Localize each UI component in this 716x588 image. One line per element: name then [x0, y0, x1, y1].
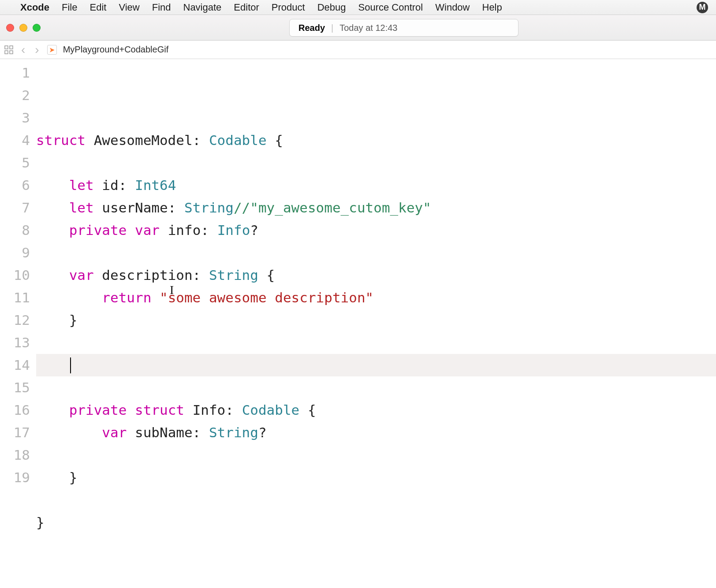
activity-status-pill: Ready | Today at 12:43 — [289, 19, 518, 37]
line-number: 8 — [0, 219, 30, 242]
menu-item-view[interactable]: View — [119, 2, 139, 13]
code-token — [127, 399, 135, 421]
code-token: var — [69, 264, 94, 287]
close-window-button[interactable] — [6, 24, 14, 32]
code-line[interactable] — [36, 489, 716, 511]
code-line[interactable] — [36, 376, 716, 399]
code-line[interactable] — [36, 444, 716, 466]
code-token: let — [69, 174, 94, 197]
code-token: ? — [250, 219, 258, 242]
line-number: 14 — [0, 354, 30, 376]
code-token: let — [69, 197, 94, 219]
code-token: } — [36, 309, 77, 331]
minimize-window-button[interactable] — [19, 24, 27, 32]
code-line[interactable]: } — [36, 466, 716, 489]
zoom-window-button[interactable] — [33, 24, 41, 32]
code-token: String — [209, 421, 258, 444]
line-number: 19 — [0, 466, 30, 489]
code-line[interactable]: private struct Info: Codable { — [36, 399, 716, 421]
code-editor[interactable]: 12345678910111213141516171819 I struct A… — [0, 59, 716, 588]
code-token — [36, 354, 69, 376]
code-token: userName: — [94, 197, 184, 219]
code-line[interactable]: var description: String { — [36, 264, 716, 287]
menu-item-source-control[interactable]: Source Control — [358, 2, 423, 13]
menu-extra-badge[interactable]: M — [697, 2, 708, 13]
code-token — [36, 287, 102, 309]
menu-item-editor[interactable]: Editor — [234, 2, 259, 13]
code-token: private — [69, 219, 127, 242]
status-separator: | — [331, 23, 333, 33]
svg-rect-1 — [10, 46, 13, 49]
code-token — [127, 219, 135, 242]
menu-item-product[interactable]: Product — [272, 2, 305, 13]
menu-item-file[interactable]: File — [62, 2, 77, 13]
code-token: { — [299, 399, 316, 421]
code-token: struct — [135, 399, 184, 421]
code-token — [36, 399, 69, 421]
code-line[interactable]: } — [36, 309, 716, 331]
code-token: Info: — [184, 399, 242, 421]
code-token: id: — [94, 174, 135, 197]
code-token: struct — [36, 129, 86, 152]
code-line[interactable] — [36, 331, 716, 354]
code-token: private — [69, 399, 127, 421]
menu-item-help[interactable]: Help — [482, 2, 502, 13]
code-token: Codable — [242, 399, 300, 421]
line-number: 9 — [0, 242, 30, 264]
code-token: { — [258, 264, 275, 287]
code-token — [151, 287, 160, 309]
swift-file-icon: ➤ — [47, 45, 57, 55]
code-line[interactable]: var subName: String? — [36, 421, 716, 444]
code-line[interactable]: struct AwesomeModel: Codable { — [36, 129, 716, 152]
code-line[interactable] — [36, 152, 716, 174]
code-token: AwesomeModel: — [86, 129, 209, 152]
line-number: 16 — [0, 399, 30, 421]
code-token: "some awesome description" — [160, 287, 373, 309]
line-number: 17 — [0, 421, 30, 444]
code-area[interactable]: I struct AwesomeModel: Codable { let id:… — [36, 59, 716, 588]
code-line[interactable]: let id: Int64 — [36, 174, 716, 197]
current-file-name[interactable]: MyPlayground+CodableGif — [63, 45, 169, 55]
svg-rect-2 — [5, 51, 8, 54]
svg-rect-0 — [5, 46, 8, 49]
code-token — [36, 219, 69, 242]
related-items-icon[interactable] — [4, 45, 13, 54]
menu-item-window[interactable]: Window — [435, 2, 470, 13]
code-token: subName: — [127, 421, 209, 444]
line-number-gutter: 12345678910111213141516171819 — [0, 59, 36, 588]
code-token — [36, 421, 102, 444]
menu-item-debug[interactable]: Debug — [317, 2, 346, 13]
menu-app-name[interactable]: Xcode — [20, 2, 49, 13]
code-token — [36, 174, 69, 197]
svg-rect-3 — [10, 51, 13, 54]
status-label: Ready — [298, 23, 325, 33]
code-line[interactable] — [36, 354, 716, 376]
line-number: 4 — [0, 129, 30, 152]
status-time: Today at 12:43 — [339, 23, 397, 33]
code-line[interactable] — [36, 534, 716, 556]
code-line[interactable] — [36, 242, 716, 264]
code-line[interactable]: return "some awesome description" — [36, 287, 716, 309]
line-number: 15 — [0, 376, 30, 399]
code-token: Info — [217, 219, 250, 242]
nav-forward-button[interactable]: › — [33, 43, 41, 57]
line-number: 10 — [0, 264, 30, 287]
line-number: 18 — [0, 444, 30, 466]
nav-back-button[interactable]: ‹ — [19, 43, 27, 57]
code-line[interactable]: let userName: String//"my_awesome_cutom_… — [36, 197, 716, 219]
code-line[interactable]: } — [36, 511, 716, 534]
code-token: ? — [258, 421, 267, 444]
code-line[interactable]: private var info: Info? — [36, 219, 716, 242]
line-number: 11 — [0, 287, 30, 309]
menu-item-navigate[interactable]: Navigate — [183, 2, 222, 13]
menu-item-edit[interactable]: Edit — [90, 2, 106, 13]
code-token: var — [102, 421, 127, 444]
code-token: var — [135, 219, 160, 242]
code-token: } — [36, 466, 77, 489]
menu-item-find[interactable]: Find — [152, 2, 171, 13]
text-caret — [70, 357, 71, 373]
code-token: String — [184, 197, 234, 219]
window-title-bar: Ready | Today at 12:43 — [0, 15, 716, 41]
macos-menu-bar: Xcode File Edit View Find Navigate Edito… — [0, 0, 716, 15]
line-number: 1 — [0, 62, 30, 84]
